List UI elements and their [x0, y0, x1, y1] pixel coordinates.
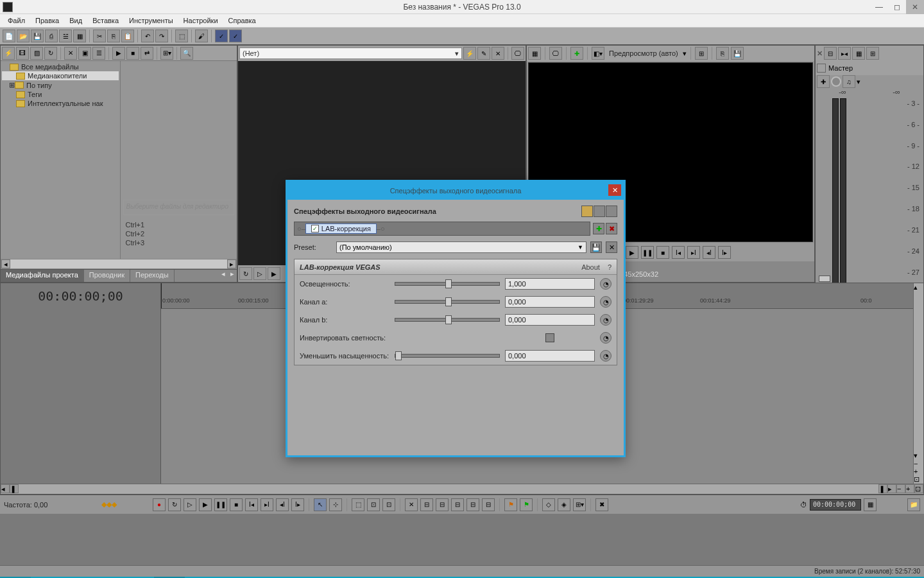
play-from-start-button[interactable]: ▷	[184, 498, 196, 511]
snap-icon[interactable]: ⬚	[175, 30, 188, 42]
undo-icon[interactable]: ↶	[141, 30, 154, 42]
preview-extmon-icon[interactable]: 🖵	[549, 47, 562, 60]
fx-delete-icon[interactable]: ✕	[492, 47, 504, 60]
refresh-icon[interactable]: ↻	[44, 47, 57, 60]
loop-icon[interactable]: ↻	[239, 267, 252, 280]
invert-checkbox[interactable]	[545, 333, 554, 342]
tab-project-media[interactable]: Медиафайлы проекта	[1, 270, 84, 282]
luminance-slider[interactable]	[395, 282, 500, 286]
preview-fx-icon[interactable]: ✚	[570, 47, 583, 60]
go-start-button[interactable]: I◂	[245, 498, 258, 511]
search-icon[interactable]: 🔍	[180, 47, 193, 60]
hscroll-handle2[interactable]: ❚	[878, 484, 887, 493]
trimmer-play-icon[interactable]: ▷	[253, 267, 266, 280]
media-tree[interactable]: Все медиафайлы Медианакопители ⊞По типу …	[1, 61, 121, 259]
pv-prevframe-icon[interactable]: ◂I	[703, 246, 715, 259]
desaturate-value[interactable]: 0,000	[505, 350, 595, 362]
tree-item-drives[interactable]: Медианакопители	[2, 71, 119, 80]
remove-icon[interactable]: ✕	[64, 47, 77, 60]
fx-about-link[interactable]: About	[581, 263, 600, 271]
fx-btn2-icon[interactable]: ✎	[477, 47, 490, 60]
prev-frame-button[interactable]: ◂I	[276, 498, 289, 511]
tab-next-icon[interactable]: ▸	[228, 270, 237, 282]
ripple4-icon[interactable]: ⊟	[466, 498, 479, 511]
fx-view-tree-icon[interactable]	[594, 206, 605, 217]
menu-insert[interactable]: Вставка	[87, 15, 124, 26]
envelope-tool[interactable]: ⊹	[329, 498, 342, 511]
master-tb1-icon[interactable]: ⊟	[824, 47, 837, 60]
region-icon[interactable]: ⚑	[520, 498, 533, 511]
scroll-right-icon[interactable]: ▸	[227, 259, 236, 268]
tc-btn1[interactable]: ▦	[864, 498, 877, 511]
desaturate-animate-icon[interactable]: ◔	[600, 350, 612, 362]
crossfade-toggle[interactable]: ✖	[595, 498, 608, 511]
desaturate-slider[interactable]	[395, 354, 500, 358]
rate-scrubber[interactable]: ◆◆◆	[96, 500, 122, 509]
fx-view-grid-icon[interactable]	[606, 206, 617, 217]
project-props-icon[interactable]: ▦	[73, 30, 86, 42]
timeline-position[interactable]: 00:00:00;00	[1, 283, 161, 309]
zoom-fit-icon[interactable]: ⊡	[914, 484, 923, 493]
tc-clock-icon[interactable]: ⏱	[800, 501, 807, 509]
vzoom-fit-icon[interactable]: ⊡	[914, 475, 923, 484]
timeline-vscroll[interactable]: ▴ ▾ − + ⊡	[913, 283, 923, 484]
tab-explorer[interactable]: Проводник	[84, 270, 130, 282]
maximize-button[interactable]: ◻	[888, 0, 906, 14]
snap-toggle[interactable]: ◇	[542, 498, 555, 511]
master-box-icon[interactable]	[817, 64, 826, 73]
open-project-icon[interactable]: 📂	[17, 30, 30, 42]
minimize-button[interactable]: —	[870, 0, 888, 14]
luminance-animate-icon[interactable]: ◔	[600, 278, 612, 290]
vscroll-up-icon[interactable]: ▴	[914, 283, 923, 292]
zoom-tool[interactable]: ⊡	[367, 498, 380, 511]
preset-delete-button[interactable]: ✕	[606, 241, 617, 253]
track-headers[interactable]	[1, 309, 161, 484]
check1-icon[interactable]: ✓	[215, 30, 228, 42]
new-project-icon[interactable]: 📄	[3, 30, 15, 42]
menu-view[interactable]: Вид	[64, 15, 87, 26]
fx-add-button[interactable]: ✚	[593, 223, 604, 234]
preview-quality-label[interactable]: Предпросмотр (авто)	[606, 49, 681, 57]
record-button[interactable]: ●	[153, 498, 166, 511]
master-tb3-icon[interactable]: ▦	[852, 47, 865, 60]
pause-button[interactable]: ❚❚	[214, 498, 227, 511]
luminance-value[interactable]: 1,000	[505, 278, 595, 290]
menu-help[interactable]: Справка	[223, 15, 261, 26]
crossfade-icon[interactable]: ⇄	[141, 47, 153, 60]
fx-node-lab[interactable]: ✓ LAB-коррекция	[305, 223, 377, 234]
stop-icon[interactable]: ■	[126, 47, 139, 60]
master-tb2-icon[interactable]: ▸◂	[838, 47, 851, 60]
ripple5-icon[interactable]: ⊟	[482, 498, 495, 511]
fx-select[interactable]: (Нет)▾	[239, 48, 462, 59]
properties-icon[interactable]: ☱	[59, 30, 72, 42]
marker-icon[interactable]: ⚑	[504, 498, 517, 511]
cut-icon[interactable]: ✂	[93, 30, 106, 42]
bin-icon[interactable]: ▣	[78, 47, 91, 60]
save-icon[interactable]: 💾	[31, 30, 44, 42]
fx-monitor-icon[interactable]: 🖵	[511, 47, 524, 60]
ripple1-icon[interactable]: ⊟	[420, 498, 433, 511]
master-dd-icon[interactable]: ▾	[857, 78, 860, 86]
fx-node-checkbox[interactable]: ✓	[311, 225, 319, 232]
master-close-icon[interactable]: ✕	[817, 49, 823, 58]
film-icon[interactable]: 🎞	[16, 47, 29, 60]
loop-button[interactable]: ↻	[168, 498, 181, 511]
pv-home-icon[interactable]: I◂	[672, 246, 685, 259]
preview-quality-dd-icon[interactable]: ▾	[683, 49, 687, 58]
timeline-hscroll[interactable]: ◂ ❚ ❚ ▸ − + ⊡	[1, 484, 923, 494]
fader-left[interactable]	[819, 276, 830, 282]
pv-end-icon[interactable]: ▸I	[687, 246, 700, 259]
channel-b-animate-icon[interactable]: ◔	[600, 314, 612, 326]
select-tool[interactable]: ⬚	[352, 498, 364, 511]
tab-transitions[interactable]: Переходы	[130, 270, 175, 282]
media-gen-icon[interactable]: ▨	[30, 47, 43, 60]
preview-save-icon[interactable]: 💾	[731, 47, 744, 60]
zoom-out-icon[interactable]: −	[896, 484, 905, 493]
fx-remove-button[interactable]: ✖	[606, 223, 617, 234]
fx-help-button[interactable]: ?	[608, 263, 612, 271]
vzoom-out-icon[interactable]: −	[914, 460, 923, 468]
props-icon[interactable]: ☰	[92, 47, 105, 60]
preview-props-icon[interactable]: ▦	[528, 47, 541, 60]
zoom-in-icon[interactable]: +	[905, 484, 914, 493]
media-hscroll[interactable]: ◂ ▸	[1, 259, 237, 269]
